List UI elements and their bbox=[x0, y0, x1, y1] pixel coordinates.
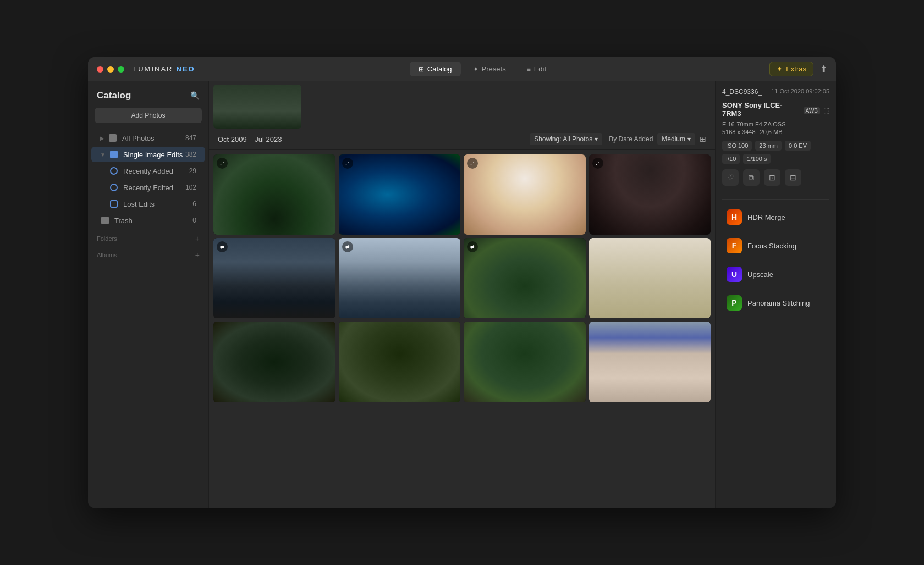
recently-edited-count: 102 bbox=[185, 184, 196, 191]
copy-button[interactable]: ⧉ bbox=[743, 169, 760, 186]
exif-row: ISO 100 23 mm 0.0 EV f/10 1/100 s bbox=[722, 141, 829, 164]
photo-placeholder-8 bbox=[589, 238, 711, 318]
photo-cell-4[interactable]: ⇌ bbox=[589, 154, 711, 235]
showing-label: Showing: All Photos bbox=[534, 135, 592, 143]
recently-edited-icon bbox=[109, 182, 119, 192]
file-size: 20,6 MB bbox=[760, 129, 783, 135]
grid-toggle-button[interactable]: ⊞ bbox=[700, 135, 706, 143]
tab-presets-label: Presets bbox=[482, 65, 506, 73]
panorama-stitching-label: Panorama Stitching bbox=[747, 299, 810, 307]
folders-section: Folders + bbox=[88, 229, 208, 245]
chevron-icon: ▼ bbox=[100, 152, 106, 158]
content-header: Oct 2009 – Jul 2023 Showing: All Photos … bbox=[209, 129, 715, 150]
share-button[interactable]: ⬆ bbox=[820, 64, 827, 74]
tab-catalog-label: Catalog bbox=[427, 65, 452, 73]
photo-cell-6[interactable]: ⇌ bbox=[339, 238, 461, 318]
lens-info: E 16-70mm F4 ZA OSS bbox=[722, 121, 829, 128]
tab-edit[interactable]: ≡ Edit bbox=[518, 62, 555, 76]
app-neo: NEO bbox=[177, 65, 195, 73]
chevron-icon: ▶ bbox=[100, 135, 105, 141]
edit-indicator-6: ⇌ bbox=[342, 241, 353, 252]
expand-icon[interactable]: ⬚ bbox=[823, 107, 829, 114]
lost-edits-label: Lost Edits bbox=[123, 200, 190, 208]
showing-dropdown[interactable]: Showing: All Photos ▾ bbox=[530, 133, 602, 145]
photo-cell-2[interactable]: ⇌ bbox=[339, 154, 461, 235]
recently-added-label: Recently Added bbox=[123, 167, 187, 175]
dimensions: 5168 x 3448 bbox=[722, 129, 756, 135]
edit-indicator-2: ⇌ bbox=[342, 158, 353, 169]
upscale-label: Upscale bbox=[747, 270, 773, 279]
single-edits-icon bbox=[109, 149, 119, 159]
upscale-icon: U bbox=[727, 267, 742, 282]
catalog-icon: ⊞ bbox=[419, 65, 424, 73]
tab-presets[interactable]: ✦ Presets bbox=[464, 62, 515, 76]
all-photos-label: All Photos bbox=[122, 134, 183, 142]
sidebar-item-all-photos[interactable]: ▶ All Photos 847 bbox=[91, 130, 205, 146]
edit-indicator-7: ⇌ bbox=[467, 241, 478, 252]
photo-cell-1[interactable]: ⇌ bbox=[213, 154, 336, 235]
presets-icon: ✦ bbox=[473, 65, 479, 73]
maximize-button[interactable] bbox=[118, 66, 124, 73]
photo-row-3 bbox=[213, 322, 711, 402]
extras-button[interactable]: ✦ Extras bbox=[769, 62, 813, 76]
photo-row-1: ⇌ ⇌ ⇌ ⇌ bbox=[213, 154, 711, 235]
close-button[interactable] bbox=[97, 66, 103, 73]
add-folder-button[interactable]: + bbox=[195, 234, 200, 243]
photo-placeholder-9 bbox=[213, 322, 336, 402]
focal-badge: 23 mm bbox=[755, 141, 782, 151]
sidebar-header: Catalog 🔍 bbox=[88, 88, 208, 108]
panorama-stitching-item[interactable]: P Panorama Stitching bbox=[722, 290, 829, 316]
sidebar-item-recently-added[interactable]: Recently Added 29 bbox=[91, 163, 205, 179]
add-photos-button[interactable]: Add Photos bbox=[95, 108, 202, 123]
photo-placeholder-7: ⇌ bbox=[464, 238, 586, 318]
sidebar-item-lost-edits[interactable]: Lost Edits 6 bbox=[91, 196, 205, 212]
folders-label: Folders bbox=[97, 235, 117, 242]
photo-cell-11[interactable] bbox=[464, 322, 586, 402]
photo-cell-3[interactable]: ⇌ bbox=[464, 154, 586, 235]
tab-catalog[interactable]: ⊞ Catalog bbox=[410, 62, 461, 76]
search-icon[interactable]: 🔍 bbox=[190, 91, 200, 100]
photo-placeholder-11 bbox=[464, 322, 586, 402]
photo-cell-5[interactable]: ⇌ bbox=[213, 238, 336, 318]
traffic-lights bbox=[97, 66, 124, 73]
photo-cell-9[interactable] bbox=[213, 322, 336, 402]
trash-icon bbox=[100, 215, 110, 225]
focus-stacking-icon: F bbox=[727, 238, 742, 253]
sidebar: Catalog 🔍 Add Photos ▶ All Photos 847 ▼ … bbox=[88, 81, 209, 508]
edit-indicator-5: ⇌ bbox=[217, 241, 228, 252]
sidebar-item-trash[interactable]: Trash 0 bbox=[91, 213, 205, 228]
aperture-badge: f/10 bbox=[722, 154, 740, 164]
minimize-button[interactable] bbox=[107, 66, 114, 73]
edit-indicator-3: ⇌ bbox=[467, 158, 478, 169]
tab-edit-label: Edit bbox=[534, 65, 546, 73]
all-photos-icon bbox=[108, 133, 118, 143]
iso-badge: ISO 100 bbox=[722, 141, 752, 151]
all-photos-count: 847 bbox=[185, 134, 196, 142]
photo-cell-8[interactable] bbox=[589, 238, 711, 318]
photo-row-2: ⇌ ⇌ ⇌ bbox=[213, 238, 711, 318]
hdr-merge-icon: H bbox=[727, 209, 742, 225]
top-strip bbox=[209, 81, 715, 129]
add-album-button[interactable]: + bbox=[195, 251, 200, 259]
photo-cell-7[interactable]: ⇌ bbox=[464, 238, 586, 318]
compare-button[interactable]: ⊡ bbox=[764, 169, 780, 186]
favorite-button[interactable]: ♡ bbox=[722, 169, 739, 186]
file-name: 4_DSC9336_ bbox=[722, 88, 762, 96]
photo-cell-12[interactable] bbox=[589, 322, 711, 402]
albums-section: Albums + bbox=[88, 245, 208, 262]
upscale-item[interactable]: U Upscale bbox=[722, 261, 829, 287]
photo-cell-10[interactable] bbox=[339, 322, 461, 402]
content-area: Oct 2009 – Jul 2023 Showing: All Photos … bbox=[209, 81, 715, 508]
size-dropdown[interactable]: Medium ▾ bbox=[657, 133, 695, 145]
top-photo[interactable] bbox=[213, 85, 301, 129]
photo-placeholder-2: ⇌ bbox=[339, 154, 461, 235]
hdr-merge-item[interactable]: H HDR Merge bbox=[722, 204, 829, 230]
focus-stacking-item[interactable]: F Focus Stacking bbox=[722, 232, 829, 259]
crop-button[interactable]: ⊟ bbox=[785, 169, 801, 186]
size-label: Medium bbox=[662, 135, 685, 143]
sidebar-item-single-image-edits[interactable]: ▼ Single Image Edits 382 bbox=[91, 147, 205, 162]
sidebar-item-recently-edited[interactable]: Recently Edited 102 bbox=[91, 180, 205, 195]
ev-badge: 0.0 EV bbox=[785, 141, 811, 151]
awb-badge: AWB bbox=[804, 107, 820, 114]
photo-grid: ⇌ ⇌ ⇌ ⇌ bbox=[209, 150, 715, 508]
